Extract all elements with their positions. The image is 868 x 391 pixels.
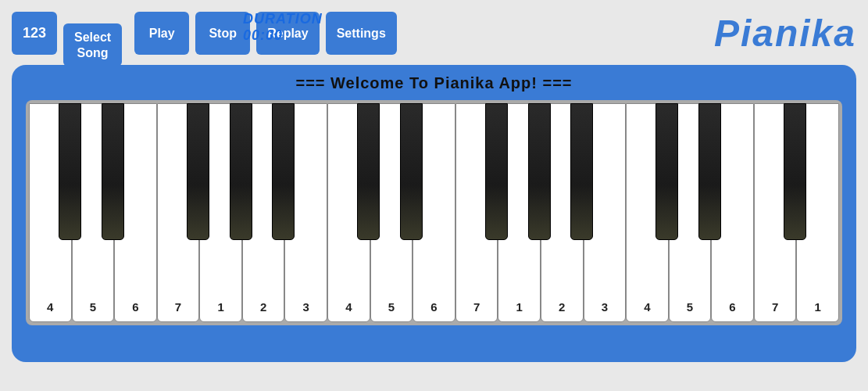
black-key[interactable]	[187, 103, 209, 240]
black-key[interactable]	[357, 103, 380, 240]
duration-label: Duration 00:00	[243, 11, 323, 44]
black-key[interactable]	[230, 103, 252, 240]
black-key[interactable]	[570, 103, 593, 240]
black-key[interactable]	[698, 103, 721, 240]
play-button[interactable]: Play	[134, 12, 189, 55]
black-key[interactable]	[59, 103, 81, 240]
welcome-text: === Welcome To Pianika App! ===	[26, 74, 842, 92]
black-key[interactable]	[400, 103, 423, 240]
select-song-button[interactable]: Select Song	[63, 23, 122, 66]
app-title: Pianika	[714, 12, 856, 55]
keys-container: 4567123456712345671	[29, 103, 839, 322]
black-key[interactable]	[272, 103, 295, 240]
black-key[interactable]	[528, 103, 551, 240]
black-key[interactable]	[784, 103, 806, 240]
black-key[interactable]	[485, 103, 508, 240]
settings-button[interactable]: Settings	[326, 12, 397, 55]
black-key[interactable]	[655, 103, 678, 240]
keyboard-wrapper: 4567123456712345671	[26, 100, 842, 325]
piano-container: === Welcome To Pianika App! === 45671234…	[12, 65, 856, 362]
top-bar: 123 Duration 00:00 Select Song Play Stop…	[12, 8, 856, 59]
num-button[interactable]: 123	[12, 12, 57, 55]
stop-button[interactable]: Stop	[195, 12, 250, 55]
black-key[interactable]	[102, 103, 124, 240]
